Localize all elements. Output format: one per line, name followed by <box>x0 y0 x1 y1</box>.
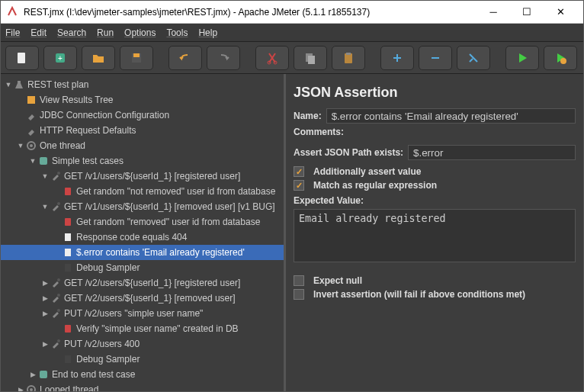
tree-node[interactable]: Verify "simple user name" created in DB <box>1 321 284 336</box>
open-button[interactable] <box>82 46 115 70</box>
tree-node[interactable]: ▶Looped thread <box>1 382 284 391</box>
tree-toggle-icon[interactable]: ▶ <box>16 386 25 391</box>
app-icon <box>7 6 19 18</box>
save-button[interactable] <box>120 46 153 70</box>
undo-button[interactable] <box>168 46 202 70</box>
wrench-icon <box>25 109 37 121</box>
assert-value-checkbox[interactable] <box>294 166 304 177</box>
svg-rect-12 <box>27 96 35 104</box>
tree-node-label: GET /v1/users/${userId_1} [removed user]… <box>64 201 275 212</box>
dark-icon <box>62 353 74 365</box>
tree-node[interactable]: Get random "not removed" user id from da… <box>1 184 284 199</box>
expand-button[interactable] <box>380 46 414 70</box>
tree-toggle-icon[interactable]: ▼ <box>28 157 37 165</box>
tree-node-label: End to end test case <box>52 369 135 380</box>
tree-node[interactable]: $.error contains 'Email already register… <box>1 245 284 260</box>
svg-text:+: + <box>58 54 63 63</box>
comments-label: Comments: <box>294 127 344 137</box>
tree-node[interactable]: View Results Tree <box>1 92 284 108</box>
svg-rect-21 <box>65 249 71 256</box>
path-input[interactable] <box>408 145 576 160</box>
tree-node[interactable]: ▶PUT /v2/users 400 <box>1 336 284 352</box>
menu-help[interactable]: Help <box>198 27 217 38</box>
tree-node[interactable]: ▶End to end test case <box>1 367 284 382</box>
tree-panel[interactable]: ▼REST test planView Results TreeJDBC Con… <box>1 74 286 391</box>
tree-node-label: HTTP Request Defaults <box>40 125 136 136</box>
tree-toggle-icon[interactable]: ▼ <box>40 203 50 210</box>
expected-value-textarea[interactable] <box>294 209 576 262</box>
tree-node-label: Simple test cases <box>52 156 124 166</box>
menu-run[interactable]: Run <box>97 27 114 38</box>
tree-node[interactable]: ▼GET /v1/users/${userId_1} [registered u… <box>1 169 284 184</box>
tree-node[interactable]: HTTP Request Defaults <box>1 123 284 138</box>
name-input[interactable] <box>326 108 576 124</box>
tree-toggle-icon[interactable]: ▶ <box>28 371 37 378</box>
copy-button[interactable] <box>294 46 327 70</box>
tree-toggle-icon[interactable]: ▶ <box>40 310 50 317</box>
svg-rect-8 <box>308 56 315 64</box>
tree-node[interactable]: ▶GET /v2/users/${userId_1} [removed user… <box>1 291 284 306</box>
tree-node-label: GET /v2/users/${userId_1} [registered us… <box>64 278 240 288</box>
svg-point-14 <box>30 144 33 147</box>
regex-checkbox[interactable] <box>294 180 304 191</box>
expect-null-label: Expect null <box>313 275 362 286</box>
expect-null-checkbox[interactable] <box>294 275 304 286</box>
cut-button[interactable] <box>255 46 289 70</box>
invert-checkbox[interactable] <box>294 289 304 300</box>
tree-node[interactable]: Debug Sampler <box>1 260 284 275</box>
db-icon <box>62 185 74 198</box>
tree-node[interactable]: ▶PUT /v2/users "simple user name" <box>1 306 284 321</box>
tree-toggle-icon[interactable]: ▼ <box>16 142 25 149</box>
tree-node[interactable]: Get random "removed" user id from databa… <box>1 214 284 230</box>
menu-file[interactable]: File <box>5 27 20 38</box>
gear-icon <box>25 384 37 391</box>
redo-button[interactable] <box>207 46 240 70</box>
svg-rect-29 <box>40 371 47 378</box>
svg-rect-17 <box>65 188 71 195</box>
assert-value-label: Additionally assert value <box>313 166 421 177</box>
close-button[interactable]: ✕ <box>544 2 577 23</box>
tree-node[interactable]: Debug Sampler <box>1 352 284 367</box>
tree-node[interactable]: ▼Simple test cases <box>1 153 284 169</box>
tree-toggle-icon[interactable]: ▶ <box>40 279 50 287</box>
start-button[interactable] <box>505 46 539 70</box>
collapse-button[interactable] <box>419 46 452 70</box>
svg-rect-19 <box>65 218 71 226</box>
menu-search[interactable]: Search <box>57 27 86 38</box>
start-no-timers-button[interactable] <box>544 46 577 70</box>
tree-node-label: Get random "removed" user id from databa… <box>76 217 260 227</box>
maximize-button[interactable]: ☐ <box>510 2 544 23</box>
dropper-icon <box>50 307 62 320</box>
tree-node[interactable]: Response code equals 404 <box>1 230 284 245</box>
tree-node[interactable]: ▼One thread <box>1 138 284 153</box>
templates-button[interactable]: + <box>43 46 77 70</box>
menu-options[interactable]: Options <box>124 27 156 38</box>
tree-node-label: View Results Tree <box>40 95 114 105</box>
regex-label: Match as regular expression <box>313 180 437 191</box>
tree-toggle-icon[interactable]: ▶ <box>40 340 50 348</box>
tree-toggle-icon[interactable]: ▼ <box>40 172 50 180</box>
right-panel: JSON Assertion Name: Comments: Assert JS… <box>286 74 583 391</box>
titlebar: REST.jmx (I:\dev\jmeter-samples\jmeter\R… <box>1 1 583 24</box>
svg-rect-22 <box>65 264 71 272</box>
tree-node[interactable]: JDBC Connection Configuration <box>1 108 284 123</box>
new-button[interactable] <box>5 46 39 70</box>
wrench-icon <box>25 124 37 137</box>
tree-node[interactable]: ▼REST test plan <box>1 77 284 92</box>
paste-button[interactable] <box>332 46 365 70</box>
tree-node[interactable]: ▶GET /v2/users/${userId_1} [registered u… <box>1 275 284 291</box>
menubar: File Edit Search Run Options Tools Help <box>1 24 583 42</box>
tree-toggle-icon[interactable]: ▶ <box>40 294 50 302</box>
tree-toggle-icon[interactable]: ▼ <box>4 81 13 88</box>
menu-edit[interactable]: Edit <box>30 27 47 38</box>
minimize-button[interactable]: ─ <box>477 2 510 23</box>
svg-rect-10 <box>346 53 351 55</box>
tree-node[interactable]: ▼GET /v1/users/${userId_1} [removed user… <box>1 199 284 214</box>
svg-rect-15 <box>40 157 47 165</box>
toolbar: + <box>1 42 583 74</box>
toggle-button[interactable] <box>457 46 490 70</box>
svg-rect-0 <box>18 53 25 63</box>
svg-rect-26 <box>65 325 71 333</box>
flask-icon <box>13 79 25 91</box>
menu-tools[interactable]: Tools <box>166 27 188 38</box>
